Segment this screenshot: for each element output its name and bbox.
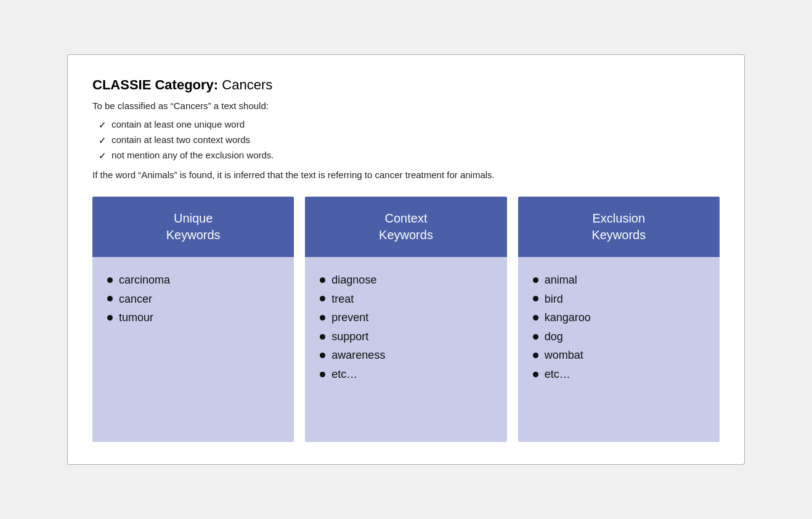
list-item: awareness xyxy=(320,346,494,365)
bullet-icon xyxy=(320,277,325,283)
keyword-text: prevent xyxy=(331,308,368,327)
checklist-item-2: ✓ contain at least two context words xyxy=(99,133,720,148)
context-keywords-column: ContextKeywords diagnose treat prevent xyxy=(305,197,506,442)
main-card: CLASSIE Category: Cancers To be classifi… xyxy=(67,54,745,465)
bullet-icon xyxy=(320,353,325,358)
list-item: cancer xyxy=(107,290,282,309)
list-item: support xyxy=(320,327,494,346)
list-item: kangaroo xyxy=(533,308,707,327)
list-item: etc… xyxy=(533,365,707,384)
keyword-text: etc… xyxy=(331,365,357,384)
check-icon-2: ✓ xyxy=(99,133,107,148)
checklist-text-3: not mention any of the exclusion words. xyxy=(112,148,274,163)
unique-keywords-body: carcinoma cancer tumour xyxy=(92,257,294,442)
bullet-icon xyxy=(107,277,113,283)
context-keywords-header: ContextKeywords xyxy=(305,197,506,257)
bullet-icon xyxy=(533,353,538,358)
bullet-icon xyxy=(107,315,113,321)
list-item: carcinoma xyxy=(107,271,282,290)
list-item: tumour xyxy=(107,308,282,327)
columns-container: UniqueKeywords carcinoma cancer tumour xyxy=(92,197,720,442)
keyword-text: etc… xyxy=(545,365,570,384)
title-bold: CLASSIE Category: xyxy=(92,77,218,92)
bullet-icon xyxy=(320,315,325,321)
keyword-text: bird xyxy=(545,290,563,309)
exclusion-keywords-column: ExclusionKeywords animal bird kangaroo xyxy=(518,197,720,442)
keyword-text: animal xyxy=(545,271,577,290)
keyword-text: awareness xyxy=(331,346,385,365)
bullet-icon xyxy=(533,277,538,283)
bullet-icon xyxy=(320,296,325,301)
list-item: bird xyxy=(533,290,707,309)
exclusion-keywords-body: animal bird kangaroo dog xyxy=(518,257,720,442)
list-item: animal xyxy=(533,271,707,290)
list-item: dog xyxy=(533,327,707,346)
checklist-item-1: ✓ contain at least one unique word xyxy=(99,117,720,133)
keyword-text: wombat xyxy=(545,346,583,365)
bullet-icon xyxy=(533,296,538,301)
unique-keywords-header: UniqueKeywords xyxy=(92,197,294,257)
keyword-text: support xyxy=(331,327,368,346)
keyword-text: tumour xyxy=(119,308,153,327)
unique-keywords-column: UniqueKeywords carcinoma cancer tumour xyxy=(92,197,294,442)
bullet-icon xyxy=(533,315,538,321)
bullet-icon xyxy=(533,334,538,340)
bullet-icon xyxy=(533,372,538,377)
bullet-icon xyxy=(107,296,113,301)
checklist-text-2: contain at least two context words xyxy=(112,133,250,147)
checklist: ✓ contain at least one unique word ✓ con… xyxy=(99,117,720,163)
title-normal: Cancers xyxy=(222,77,272,92)
list-item: treat xyxy=(320,290,494,309)
exclusion-keywords-list: animal bird kangaroo dog xyxy=(533,271,707,384)
bullet-icon xyxy=(320,334,325,340)
note-text: If the word “Animals” is found, it is in… xyxy=(92,168,720,182)
context-keywords-body: diagnose treat prevent support xyxy=(305,257,506,442)
list-item: wombat xyxy=(533,346,707,365)
keyword-text: kangaroo xyxy=(545,308,591,327)
list-item: prevent xyxy=(320,308,494,327)
exclusion-keywords-header: ExclusionKeywords xyxy=(518,197,720,257)
keyword-text: cancer xyxy=(119,290,152,309)
keyword-text: diagnose xyxy=(331,271,376,290)
bullet-icon xyxy=(320,372,325,377)
page-title: CLASSIE Category: Cancers xyxy=(92,77,720,93)
list-item: diagnose xyxy=(320,271,494,290)
check-icon-3: ✓ xyxy=(99,149,107,163)
intro-text: To be classified as “Cancers” a text sho… xyxy=(92,99,720,113)
check-icon-1: ✓ xyxy=(99,118,107,133)
checklist-text-1: contain at least one unique word xyxy=(112,117,245,132)
list-item: etc… xyxy=(320,365,494,384)
unique-keywords-list: carcinoma cancer tumour xyxy=(107,271,282,327)
keyword-text: dog xyxy=(545,327,563,346)
keyword-text: carcinoma xyxy=(119,271,170,290)
keyword-text: treat xyxy=(331,290,354,309)
context-keywords-list: diagnose treat prevent support xyxy=(320,271,494,384)
checklist-item-3: ✓ not mention any of the exclusion words… xyxy=(99,148,720,163)
